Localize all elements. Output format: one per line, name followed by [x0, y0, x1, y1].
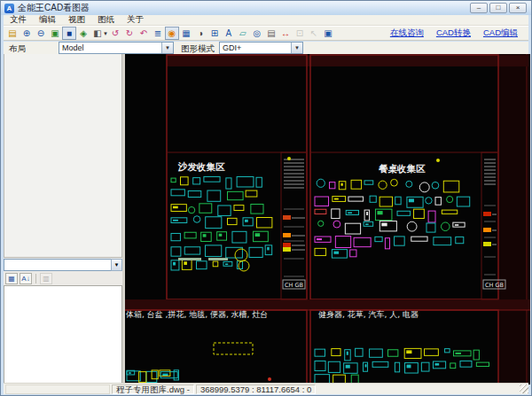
menu-bar: 文件编辑视图图纸关于 [4, 15, 528, 26]
background-color-icon[interactable]: ◧ [90, 27, 105, 40]
measure-area-icon[interactable]: ▱ [236, 27, 250, 40]
frame-label-0: CH GB [285, 282, 303, 289]
canvas-background [125, 54, 530, 384]
toolbar-link-0[interactable]: 在线咨询 [390, 27, 424, 39]
sidebar: ▼ ▦A↓▥ [4, 54, 122, 384]
visibility-eye-icon[interactable]: ◉ [165, 27, 179, 40]
zoom-previous-icon[interactable]: ⊡ [293, 27, 307, 40]
rotate-180-icon[interactable]: ↶ [137, 27, 151, 40]
property-pages-icon[interactable]: ▥ [40, 273, 52, 284]
menu-item-4[interactable]: 关于 [121, 14, 150, 26]
fixtures-area-title: 体箱, 台盆 ,拼花, 地毯, 便器, 水槽, 灶台 [126, 310, 268, 319]
open-file-icon[interactable]: ▤ [5, 27, 20, 40]
property-list[interactable] [4, 285, 122, 384]
menu-item-1[interactable]: 编辑 [33, 14, 62, 26]
frame-label-1: CH GB [485, 282, 504, 289]
minimize-button[interactable]: – [470, 3, 488, 13]
menu-item-3[interactable]: 图纸 [91, 14, 121, 26]
render-mode-select[interactable]: GDI+ ▼ [219, 42, 303, 54]
toolbar: ▤⊕⊖▣■◈◧▼↺↻↶≣◉▦◑⊞A▱◎▤↔⊡↖▣ 在线咨询CAD转换CAD编辑 [4, 26, 528, 41]
maximize-button[interactable]: □ [489, 3, 507, 13]
close-button[interactable]: × [509, 3, 527, 13]
measure-coordinate-icon[interactable]: ◎ [250, 27, 264, 40]
status-filename: 程子专用图库.dwg - [112, 384, 194, 394]
toolbar-link-1[interactable]: CAD转换 [436, 27, 471, 39]
chevron-down-icon[interactable]: ▼ [291, 43, 302, 53]
property-toolbar: ▦A↓▥ [4, 272, 122, 284]
layout-select[interactable]: Model ▼ [59, 42, 174, 54]
content-area: ▼ ▦A↓▥ CH GBCH GB沙发收集区餐桌收集区体箱, 台盆 ,拼花, 地… [4, 54, 528, 384]
pan-icon[interactable]: ◈ [76, 27, 90, 40]
menu-item-2[interactable]: 视图 [62, 14, 91, 26]
rotate-left-icon[interactable]: ↺ [108, 27, 122, 40]
fit-view-icon[interactable]: ⊞ [207, 27, 222, 40]
property-combobox[interactable]: ▼ [4, 259, 122, 271]
select-icon[interactable]: ↖ [307, 27, 321, 40]
layer-tree-panel[interactable] [4, 54, 122, 258]
raster-image-icon[interactable]: ▦ [179, 27, 193, 40]
title-bar: A 全能王CAD看图器 – □ × [1, 1, 531, 15]
rotate-right-icon[interactable]: ↻ [122, 27, 137, 40]
zoom-out-icon[interactable]: ⊖ [34, 27, 48, 40]
dining-area-title: 餐桌收集区 [379, 163, 426, 174]
status-coordinates: 368999.5379 : 81117.6654 : 0 [196, 384, 316, 394]
black-white-icon[interactable]: ◑ [193, 27, 207, 40]
copy-clipboard-icon[interactable]: ▣ [321, 27, 335, 40]
categorized-icon[interactable]: ▦ [5, 273, 18, 284]
print-icon[interactable]: ▤ [264, 27, 278, 40]
menu-item-0[interactable]: 文件 [4, 14, 33, 26]
equipment-area-title: 健身器, 花草, 汽车, 人, 电器 [318, 310, 419, 319]
layers-icon[interactable]: ≣ [151, 27, 165, 40]
sort-az-icon[interactable]: A↓ [20, 273, 32, 284]
zoom-window-icon[interactable]: ▣ [48, 27, 62, 40]
chevron-down-icon[interactable]: ▼ [161, 43, 173, 53]
status-bar: 程子专用图库.dwg - 368999.5379 : 81117.6654 : … [4, 383, 528, 394]
zoom-in-icon[interactable]: ⊕ [20, 27, 34, 40]
sofa-area-title: 沙发收集区 [177, 161, 225, 172]
zoom-extents-icon[interactable]: ■ [62, 27, 76, 40]
app-logo-icon: A [4, 4, 14, 13]
find-text-icon[interactable]: A [222, 27, 236, 40]
layout-row: 布局 Model ▼ 图形模式 GDI+ ▼ [4, 42, 528, 54]
toolbar-link-2[interactable]: CAD编辑 [483, 27, 518, 39]
measure-distance-icon[interactable]: ↔ [278, 27, 293, 40]
chevron-down-icon[interactable]: ▼ [111, 259, 122, 271]
status-blank-segment [5, 384, 110, 394]
resize-grip[interactable] [520, 384, 528, 393]
cad-canvas[interactable]: CH GBCH GB沙发收集区餐桌收集区体箱, 台盆 ,拼花, 地毯, 便器, … [125, 54, 530, 384]
separator [35, 274, 36, 283]
window-title: 全能王CAD看图器 [18, 2, 90, 14]
app-window: A 全能王CAD看图器 – □ × 文件编辑视图图纸关于 ▤⊕⊖▣■◈◧▼↺↻↶… [0, 0, 532, 396]
